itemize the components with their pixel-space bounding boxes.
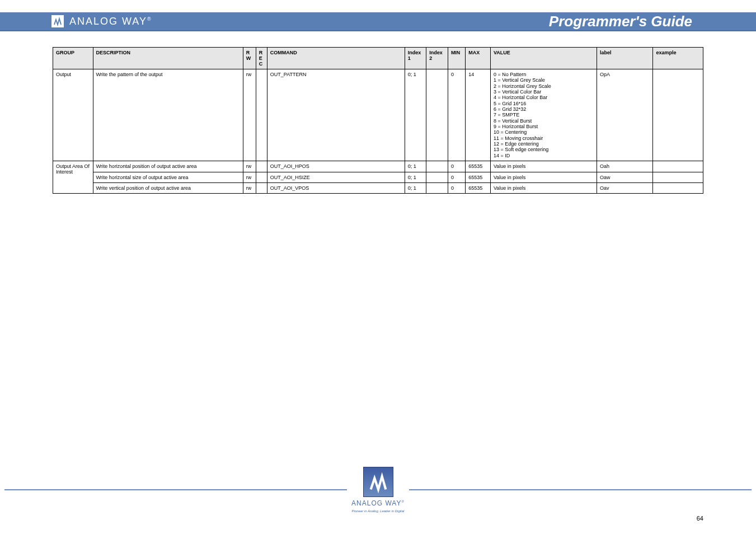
- cell-group: Output: [53, 69, 93, 161]
- command-table: GROUP DESCRIPTION R W R E C COMMAND Inde…: [53, 47, 703, 194]
- value-line: 5 = Grid 16*16: [494, 101, 594, 106]
- footer-brand-text: ANALOG WAY®: [351, 499, 405, 507]
- footer-rule-left: [4, 489, 347, 490]
- cell-cmd: OUT_AOI_VPOS: [267, 182, 405, 193]
- table-row: Write vertical position of output active…: [53, 182, 703, 193]
- cell-group: Output Area Of Interest: [53, 161, 93, 194]
- cell-cmd: OUT_AOI_HSIZE: [267, 172, 405, 182]
- cell-example: [653, 172, 703, 182]
- cell-idx1: 0; 1: [405, 182, 426, 193]
- cell-rec: [256, 182, 267, 193]
- brand-icon: [51, 15, 64, 27]
- page-number: 64: [697, 515, 703, 522]
- cell-value: Value in pixels: [490, 172, 597, 182]
- cell-example: [653, 182, 703, 193]
- value-line: 14 = ID: [494, 153, 594, 158]
- cell-value: Value in pixels: [490, 161, 597, 172]
- cell-desc: Write vertical position of output active…: [93, 182, 243, 193]
- cell-label: OpA: [597, 69, 653, 161]
- th-rw: R W: [243, 48, 256, 69]
- value-line: Value in pixels: [494, 185, 594, 191]
- cell-idx2: [426, 69, 448, 161]
- value-line: 6 = Grid 32*32: [494, 106, 594, 112]
- brand-logo: ANALOG WAY®: [51, 15, 152, 27]
- cell-rw: rw: [243, 182, 256, 193]
- cell-example: [653, 161, 703, 172]
- footer-logo-icon: [363, 467, 393, 497]
- table-row: Write horizontal size of output active a…: [53, 172, 703, 182]
- th-ex: example: [653, 48, 703, 69]
- cell-rec: [256, 69, 267, 161]
- cell-label: Oah: [597, 161, 653, 172]
- value-line: 4 = Horizontal Color Bar: [494, 95, 594, 100]
- cell-rec: [256, 161, 267, 172]
- value-line: 10 = Centering: [494, 129, 594, 135]
- th-group: GROUP: [53, 48, 93, 69]
- cell-max: 65535: [466, 161, 491, 172]
- value-line: 13 = Soft edge centering: [494, 147, 594, 152]
- cell-min: 0: [448, 172, 465, 182]
- cell-rw: rw: [243, 69, 256, 161]
- th-min: MIN: [448, 48, 465, 69]
- page-content: GROUP DESCRIPTION R W R E C COMMAND Inde…: [0, 31, 756, 194]
- cell-rec: [256, 172, 267, 182]
- cell-idx1: 0; 1: [405, 172, 426, 182]
- cell-min: 0: [448, 182, 465, 193]
- value-line: 7 = SMPTE: [494, 112, 594, 118]
- th-lbl: label: [597, 48, 653, 69]
- value-line: 8 = Vertical Burst: [494, 118, 594, 124]
- cell-min: 0: [448, 161, 465, 172]
- cell-label: Oaw: [597, 172, 653, 182]
- cell-label: Oav: [597, 182, 653, 193]
- value-line: Value in pixels: [494, 175, 594, 180]
- th-rec: R E C: [256, 48, 267, 69]
- value-line: 2 = Horizontal Grey Scale: [494, 83, 594, 89]
- cell-idx1: 0; 1: [405, 161, 426, 172]
- value-line: 11 = Moving crosshair: [494, 135, 594, 141]
- cell-rw: rw: [243, 161, 256, 172]
- footer-tagline: Pioneer in Analog, Leader in Digital: [352, 509, 405, 513]
- value-line: 3 = Vertical Color Bar: [494, 89, 594, 95]
- cell-min: 0: [448, 69, 465, 161]
- value-line: 9 = Horizontal Burst: [494, 124, 594, 129]
- cell-max: 65535: [466, 182, 491, 193]
- cell-rw: rw: [243, 172, 256, 182]
- cell-max: 14: [466, 69, 491, 161]
- th-val: VALUE: [490, 48, 597, 69]
- cell-desc: Write horizontal size of output active a…: [93, 172, 243, 182]
- th-max: MAX: [466, 48, 491, 69]
- header-bar: ANALOG WAY® Programmer's Guide: [0, 12, 756, 31]
- value-line: 12 = Edge centering: [494, 141, 594, 147]
- cell-idx2: [426, 161, 448, 172]
- value-line: 1 = Vertical Grey Scale: [494, 77, 594, 83]
- table-row: OutputWrite the pattern of the outputrwO…: [53, 69, 703, 161]
- footer-rule-right: [409, 489, 752, 490]
- th-cmd: COMMAND: [267, 48, 405, 69]
- page-title: Programmer's Guide: [549, 13, 743, 30]
- brand-text: ANALOG WAY®: [69, 16, 152, 27]
- th-idx1: Index 1: [405, 48, 426, 69]
- value-line: Value in pixels: [494, 163, 594, 169]
- table-row: Output Area Of InterestWrite horizontal …: [53, 161, 703, 172]
- cell-cmd: OUT_PATTERN: [267, 69, 405, 161]
- cell-idx1: 0; 1: [405, 69, 426, 161]
- footer-logo: ANALOG WAY® Pioneer in Analog, Leader in…: [351, 467, 405, 513]
- cell-desc: Write the pattern of the output: [93, 69, 243, 161]
- cell-cmd: OUT_AOI_HPOS: [267, 161, 405, 172]
- cell-desc: Write horizontal position of output acti…: [93, 161, 243, 172]
- cell-value: Value in pixels: [490, 182, 597, 193]
- th-idx2: Index 2: [426, 48, 448, 69]
- th-desc: DESCRIPTION: [93, 48, 243, 69]
- cell-max: 65535: [466, 172, 491, 182]
- cell-example: [653, 69, 703, 161]
- value-line: 0 = No Pattern: [494, 72, 594, 77]
- cell-idx2: [426, 182, 448, 193]
- cell-idx2: [426, 172, 448, 182]
- footer: ANALOG WAY® Pioneer in Analog, Leader in…: [0, 467, 756, 513]
- cell-value: 0 = No Pattern1 = Vertical Grey Scale2 =…: [490, 69, 597, 161]
